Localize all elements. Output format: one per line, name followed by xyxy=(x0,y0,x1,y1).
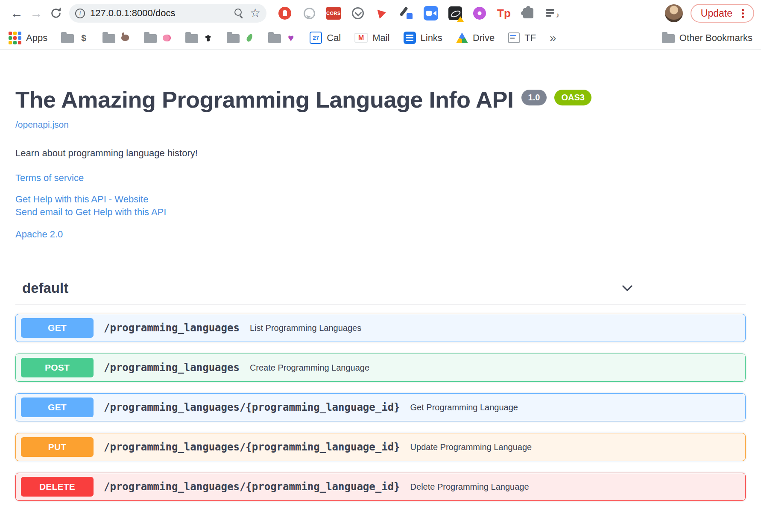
site-info-icon[interactable] xyxy=(75,9,85,18)
folder-icon xyxy=(61,34,74,43)
operation-path: /programming_languages/{programming_lang… xyxy=(104,481,400,493)
mail-label: Mail xyxy=(372,32,389,44)
operation-get-one[interactable]: GET /programming_languages/{programming_… xyxy=(15,393,746,421)
share-arrow-icon[interactable] xyxy=(375,6,389,20)
pocket-icon[interactable] xyxy=(351,6,365,20)
operation-post-create[interactable]: POST /programming_languages Create Progr… xyxy=(15,354,746,382)
apps-shortcut[interactable]: Apps xyxy=(9,32,47,44)
toolbar-right-cluster: Update xyxy=(665,4,754,23)
adblock-hand-icon[interactable] xyxy=(278,6,292,20)
bookmarks-overflow-button[interactable]: » xyxy=(550,31,556,45)
website-help-link[interactable]: Get Help with this API - Website xyxy=(15,193,746,206)
bookmark-mail[interactable]: M Mail xyxy=(354,32,389,44)
section-default-header[interactable]: default xyxy=(15,280,746,304)
drive-icon xyxy=(456,32,468,43)
api-description: Learn about programming language history… xyxy=(15,148,746,159)
forward-button[interactable]: → xyxy=(26,3,46,23)
version-badge: 1.0 xyxy=(521,90,547,105)
reload-button[interactable] xyxy=(46,3,66,23)
calendar-icon: 27 xyxy=(310,32,322,44)
operations-list: GET /programming_languages List Programm… xyxy=(15,314,746,501)
folder-icon xyxy=(227,34,240,43)
bookmark-folder-graduation[interactable] xyxy=(185,32,213,43)
drive-label: Drive xyxy=(473,32,495,44)
operation-path: /programming_languages xyxy=(104,322,240,334)
bookmark-folder-heart[interactable]: ♥ xyxy=(268,32,296,43)
folder-icon xyxy=(662,34,675,43)
operation-summary: List Programming Languages xyxy=(250,323,361,333)
update-button[interactable]: Update xyxy=(691,4,754,23)
operation-summary: Delete Programming Language xyxy=(410,482,529,492)
back-button[interactable]: ← xyxy=(7,3,26,23)
url-text[interactable]: 127.0.0.1:8000/docs xyxy=(90,8,228,19)
method-badge: PUT xyxy=(21,437,94,457)
bookmark-star-icon[interactable]: ☆ xyxy=(250,7,260,19)
api-title-row: The Amazing Programming Language Info AP… xyxy=(15,86,746,113)
horse-icon xyxy=(120,33,130,43)
email-help-link[interactable]: Send email to Get Help with this API xyxy=(15,206,746,219)
apps-label: Apps xyxy=(26,32,47,44)
page-title: The Amazing Programming Language Info AP… xyxy=(15,86,514,113)
tf-doc-icon xyxy=(508,32,520,43)
folder-icon xyxy=(185,34,198,43)
bookmark-folder-horse[interactable] xyxy=(102,32,130,43)
color-picker-pen-icon[interactable] xyxy=(399,6,414,20)
section-title: default xyxy=(22,280,68,296)
section-collapse-button[interactable] xyxy=(620,281,635,295)
bookmark-calendar[interactable]: 27 Cal xyxy=(310,32,341,44)
gmail-icon: M xyxy=(354,33,368,43)
music-note-icon: ♪ xyxy=(556,11,560,20)
address-bar[interactable]: 127.0.0.1:8000/docs ☆ xyxy=(69,4,266,23)
reload-icon xyxy=(50,7,62,19)
overflow-chevron-icon: » xyxy=(550,31,556,45)
video-camera-icon[interactable] xyxy=(424,6,438,20)
purple-heart-icon: ♥ xyxy=(286,33,296,43)
browser-toolbar: ← → 127.0.0.1:8000/docs ☆ CORS Tp ♪ Upda… xyxy=(0,0,761,26)
bookmark-folder-brain[interactable] xyxy=(144,32,172,43)
atom-extension-icon[interactable] xyxy=(448,6,462,20)
operation-summary: Create Programming Language xyxy=(250,363,369,373)
links-label: Links xyxy=(421,32,442,44)
api-info-block: The Amazing Programming Language Info AP… xyxy=(15,86,746,240)
folder-icon xyxy=(144,34,157,43)
playlist-icon[interactable]: ♪ xyxy=(545,6,560,20)
zoom-icon[interactable] xyxy=(234,8,245,19)
folder-icon xyxy=(268,34,281,43)
method-badge: DELETE xyxy=(21,477,94,497)
update-label: Update xyxy=(701,8,732,19)
terms-of-service-link[interactable]: Terms of service xyxy=(15,172,746,184)
brain-icon xyxy=(161,33,172,43)
graduation-cap-icon xyxy=(203,33,213,43)
operation-summary: Update Programming Language xyxy=(410,442,532,452)
license-link[interactable]: Apache 2.0 xyxy=(15,229,746,240)
apps-grid-icon xyxy=(9,32,21,44)
chat-bubble-icon[interactable] xyxy=(302,6,316,20)
herb-icon xyxy=(244,33,255,43)
extensions-puzzle-icon[interactable] xyxy=(521,6,536,20)
operation-path: /programming_languages/{programming_lang… xyxy=(104,401,400,413)
operation-delete[interactable]: DELETE /programming_languages/{programmi… xyxy=(15,473,746,501)
method-badge: GET xyxy=(21,398,94,417)
bookmark-folder-dollar[interactable]: $ xyxy=(61,32,89,43)
openapi-spec-link[interactable]: /openapi.json xyxy=(15,120,69,130)
tf-label: TF xyxy=(524,32,536,44)
profile-avatar[interactable] xyxy=(665,4,683,22)
bookmark-tf[interactable]: TF xyxy=(508,32,536,44)
flower-extension-icon[interactable] xyxy=(472,6,487,20)
operation-summary: Get Programming Language xyxy=(410,403,518,412)
tp-extension-icon[interactable]: Tp xyxy=(497,6,511,20)
folder-icon xyxy=(102,34,115,43)
kebab-menu-icon[interactable] xyxy=(742,12,744,15)
dollar-icon: $ xyxy=(79,33,89,43)
default-tag-section: default GET /programming_languages List … xyxy=(15,280,746,501)
oas3-badge: OAS3 xyxy=(554,90,591,105)
operation-put-update[interactable]: PUT /programming_languages/{programming_… xyxy=(15,433,746,461)
other-bookmarks[interactable]: Other Bookmarks xyxy=(657,32,752,44)
bookmark-drive[interactable]: Drive xyxy=(456,32,495,44)
swagger-page: The Amazing Programming Language Info AP… xyxy=(0,86,761,501)
operation-get-list[interactable]: GET /programming_languages List Programm… xyxy=(15,314,746,342)
cors-extension-icon[interactable]: CORS xyxy=(326,6,341,20)
bookmarks-bar: Apps $ ♥ 27 Cal M Mail Links Drive xyxy=(0,26,761,50)
bookmark-folder-herb[interactable] xyxy=(227,32,255,43)
bookmark-links[interactable]: Links xyxy=(404,32,442,44)
